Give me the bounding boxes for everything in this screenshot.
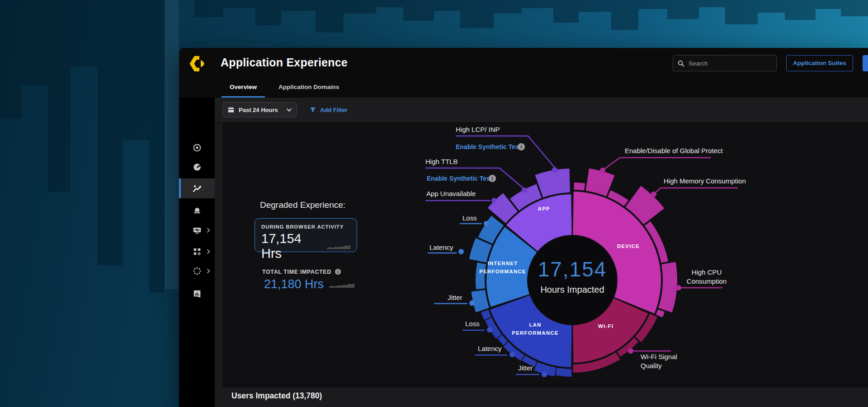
tab-overview[interactable]: Overview xyxy=(222,84,265,98)
background-stripe xyxy=(344,0,376,14)
browser-activity-label: DURING BROWSER ACTIVITY xyxy=(261,224,350,229)
background-stripe xyxy=(149,0,165,293)
background-stripe xyxy=(255,0,281,25)
sidebar-nav: ⚙ xyxy=(179,98,215,407)
target-icon xyxy=(192,143,202,153)
background-stripe xyxy=(403,0,434,21)
info-icon[interactable] xyxy=(518,143,525,150)
background-stripe xyxy=(376,0,403,7)
chevron-right-icon xyxy=(206,228,211,233)
background-stripe xyxy=(0,0,22,118)
chevron-down-icon xyxy=(286,107,292,113)
report-chart-icon xyxy=(192,289,202,299)
background-stripe xyxy=(816,0,841,9)
total-time-impacted-value: 21,180 Hrs xyxy=(264,277,324,291)
background-stripe xyxy=(434,0,460,11)
prisma-logo-icon xyxy=(189,55,205,73)
total-time-impacted-value-row: 21,180 Hrs xyxy=(264,277,354,291)
time-range-value: Past 24 Hours xyxy=(239,107,282,113)
background-stripe xyxy=(281,0,316,11)
background-stripe xyxy=(48,0,71,192)
background-stripe xyxy=(123,0,149,140)
enable-synthetic-tests-link[interactable]: Enable Synthetic Tests xyxy=(427,175,495,182)
background-stripe xyxy=(785,0,816,20)
sidebar-item-reports[interactable] xyxy=(179,284,215,304)
info-icon[interactable] xyxy=(335,268,341,275)
app-experience-icon xyxy=(192,183,203,194)
sparkline xyxy=(329,281,354,288)
users-impacted-heading: Users Impacted (13,780) xyxy=(231,391,322,401)
page-title: Application Experience xyxy=(221,56,348,69)
chevron-right-icon xyxy=(206,268,211,274)
sparkline xyxy=(327,243,350,250)
background-stripe xyxy=(522,0,553,8)
tab-application-domains[interactable]: Application Domains xyxy=(276,84,342,98)
search-placeholder: Search xyxy=(689,60,708,67)
background-stripe xyxy=(194,0,223,17)
time-range-dropdown[interactable]: Past 24 Hours xyxy=(222,102,297,117)
info-icon[interactable] xyxy=(489,175,496,182)
tab-bar: Overview Application Domains xyxy=(222,84,342,98)
background-stripe xyxy=(667,0,699,19)
segment-outer-lan-performance[interactable] xyxy=(556,368,571,377)
background-stripe xyxy=(223,0,255,8)
total-time-impacted-label: TOTAL TIME IMPACTED xyxy=(262,268,341,275)
filter-bar: Past 24 Hours Add Filter xyxy=(179,98,868,123)
background-stripe xyxy=(22,0,48,85)
sidebar-item-monitor[interactable] xyxy=(179,138,215,158)
sidebar-item-application-experience[interactable] xyxy=(179,178,215,198)
sidebar-item-alerts[interactable] xyxy=(179,200,215,220)
background-stripe xyxy=(494,0,522,14)
app-header: Application Experience Search Applicatio… xyxy=(179,48,868,98)
background-stripe xyxy=(611,0,638,30)
search-input[interactable]: Search xyxy=(673,55,777,71)
monitor-pulse-icon xyxy=(192,225,202,235)
segment-outer-device[interactable] xyxy=(574,182,585,191)
gauge-icon xyxy=(192,162,202,172)
background-stripe xyxy=(841,0,868,16)
search-icon xyxy=(678,60,684,67)
background-stripe xyxy=(71,0,98,67)
background-stripe xyxy=(758,0,785,13)
calendar-icon xyxy=(227,106,235,113)
sidebar-item-dashboard[interactable] xyxy=(179,157,215,177)
chevron-right-icon xyxy=(206,249,211,254)
background-stripe xyxy=(579,0,611,12)
dotted-circle-icon xyxy=(192,266,202,276)
background-stripe xyxy=(725,0,758,24)
background-stripe xyxy=(638,0,667,9)
degraded-experience-heading: Degraded Experience: xyxy=(260,200,345,210)
application-suites-button[interactable]: Application Suites xyxy=(786,55,853,71)
background-stripe xyxy=(316,0,344,33)
background-stripe xyxy=(98,0,123,266)
browser-activity-value: 17,154 Hrs xyxy=(261,231,321,261)
background-stripe xyxy=(553,0,579,23)
siren-icon xyxy=(192,205,202,215)
add-filter-label: Add Filter xyxy=(320,107,348,113)
enable-synthetic-tests-link[interactable]: Enable Synthetic Tests xyxy=(456,143,524,150)
background-stripe xyxy=(460,0,494,28)
background-stripe xyxy=(699,0,725,7)
add-filter-button[interactable]: Add Filter xyxy=(309,102,348,117)
background-stripe xyxy=(165,0,179,289)
segment-outer-internet-performance[interactable] xyxy=(476,262,486,290)
edge-action-button[interactable] xyxy=(863,55,868,71)
funnel-icon xyxy=(309,106,316,113)
browser-activity-card[interactable]: DURING BROWSER ACTIVITY 17,154 Hrs xyxy=(255,218,357,252)
sidebar-item-apps-services[interactable] xyxy=(179,242,215,262)
apps-gear-icon xyxy=(192,247,202,257)
desktop-background: Application Experience Search Applicatio… xyxy=(0,0,868,407)
sidebar-item-network-monitoring[interactable] xyxy=(179,220,215,240)
sidebar-item-workflows[interactable] xyxy=(179,261,215,281)
